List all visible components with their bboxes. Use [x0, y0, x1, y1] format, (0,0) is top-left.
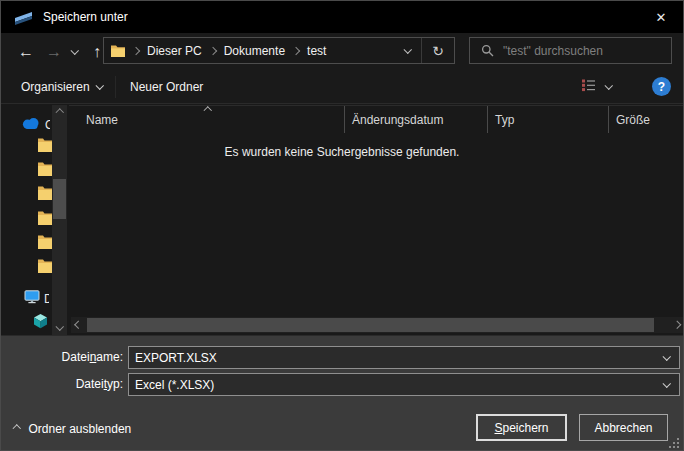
onedrive-cloud-icon [20, 117, 41, 133]
save-button[interactable]: Speichern [476, 414, 567, 441]
up-icon: ↑ [93, 43, 101, 61]
resize-grip[interactable] [669, 438, 679, 448]
folder-icon [37, 210, 53, 229]
scroll-left-button[interactable] [71, 317, 87, 333]
pc-label-fragment: D [44, 292, 49, 306]
refresh-icon: ↻ [432, 43, 444, 59]
help-button[interactable]: ? [652, 77, 671, 96]
recent-locations-button[interactable] [67, 33, 83, 71]
navigation-bar: ← → ↑ Dieser PC Dokumente test ↻ [1, 33, 683, 71]
computer-monitor-icon [24, 290, 40, 307]
sidebar-item-folder[interactable] [37, 185, 53, 204]
titlebar: Speichern unter ✕ [1, 1, 683, 33]
scrollbar-thumb[interactable] [53, 179, 66, 219]
filetype-combobox[interactable] [128, 373, 680, 396]
window-title: Speichern unter [43, 10, 128, 24]
column-header-type[interactable]: Typ [487, 106, 608, 133]
save-as-dialog: Speichern unter ✕ ← → ↑ Dieser PC Dokume… [0, 0, 684, 451]
chevron-down-icon [71, 47, 79, 55]
close-button[interactable]: ✕ [639, 1, 683, 33]
filetype-label: Dateityp: [1, 373, 123, 396]
sidebar-item-folder[interactable] [37, 258, 53, 277]
scroll-up-button[interactable] [52, 105, 67, 120]
address-dropdown-button[interactable] [395, 38, 421, 63]
chevron-down-icon [663, 379, 671, 387]
hide-folders-label: Ordner ausblenden [29, 422, 132, 436]
back-button[interactable]: ← [13, 33, 39, 71]
filetype-value[interactable] [129, 377, 655, 393]
chevron-down-icon [404, 45, 412, 53]
file-list: Name Änderungsdatum Typ Größe [69, 105, 684, 317]
filename-input[interactable] [129, 350, 655, 366]
new-folder-button[interactable]: Neuer Ordner [130, 71, 203, 103]
scroll-down-button[interactable] [52, 320, 67, 335]
filename-dropdown-button[interactable] [655, 347, 679, 368]
chevron-down-icon [96, 82, 104, 90]
help-icon: ? [658, 80, 665, 94]
column-header-date[interactable]: Änderungsdatum [344, 106, 487, 133]
forward-icon: → [46, 43, 62, 61]
details-view-icon [581, 78, 596, 95]
scrollbar-thumb[interactable] [87, 318, 654, 332]
refresh-button[interactable]: ↻ [422, 38, 454, 63]
chevron-right-icon [673, 321, 681, 329]
filename-combobox[interactable] [128, 346, 680, 369]
folder-icon [37, 234, 53, 253]
sort-ascending-icon [204, 107, 212, 115]
folder-icon [37, 161, 53, 180]
close-icon: ✕ [656, 10, 667, 25]
divider [115, 76, 116, 98]
chevron-down-icon [663, 352, 671, 360]
cancel-button[interactable]: Abbrechen [579, 414, 668, 441]
sidebar-item-3d-objects[interactable] [33, 313, 48, 332]
sidebar-item-onedrive[interactable]: O [20, 117, 50, 133]
hide-folders-button[interactable]: Ordner ausblenden [14, 422, 131, 436]
chevron-down-icon [56, 322, 64, 330]
sidebar-item-folder[interactable] [37, 161, 53, 180]
empty-results-message: Es wurden keine Suchergebnisse gefunden. [1, 145, 683, 159]
scroll-right-button[interactable] [669, 317, 684, 333]
search-box[interactable] [469, 37, 672, 64]
address-bar[interactable]: Dieser PC Dokumente test ↻ [103, 37, 455, 64]
filetype-dropdown-button[interactable] [655, 374, 679, 395]
sidebar-item-folder[interactable] [37, 210, 53, 229]
folder-icon [37, 258, 53, 277]
sidebar-item-dieser-pc[interactable]: D [24, 290, 49, 307]
onedrive-label-fragment: O [45, 118, 50, 132]
view-mode-button[interactable] [581, 78, 612, 95]
folder-icon [110, 44, 126, 58]
command-bar: Organisieren Neuer Ordner ? [1, 71, 683, 104]
cancel-label: Abbrechen [594, 421, 652, 435]
breadcrumb-item-dieser-pc[interactable]: Dieser PC [143, 44, 206, 58]
search-icon [481, 44, 494, 57]
app-icon [14, 10, 34, 25]
back-icon: ← [18, 43, 34, 61]
column-header-name[interactable]: Name [69, 106, 344, 133]
cube-icon [33, 313, 48, 332]
folder-icon [37, 185, 53, 204]
forward-button[interactable]: → [41, 33, 67, 71]
filename-label: Dateiname: [1, 346, 123, 369]
breadcrumb-item-test[interactable]: test [303, 44, 330, 58]
view-dropdown-icon[interactable] [605, 81, 613, 89]
chevron-left-icon [75, 321, 83, 329]
organize-label: Organisieren [21, 80, 90, 94]
chevron-up-icon [56, 109, 64, 117]
search-input[interactable] [501, 43, 671, 59]
column-header-size[interactable]: Größe [608, 106, 684, 133]
sidebar-item-folder[interactable] [37, 234, 53, 253]
breadcrumb-separator-icon [292, 46, 300, 54]
organize-button[interactable]: Organisieren [21, 71, 102, 103]
sidebar-scrollbar[interactable] [52, 105, 67, 335]
breadcrumb-item-dokumente[interactable]: Dokumente [220, 44, 289, 58]
new-folder-label: Neuer Ordner [130, 80, 203, 94]
horizontal-scrollbar[interactable] [71, 317, 684, 333]
chevron-up-icon [13, 425, 21, 433]
file-name-panel: Dateiname: Dateityp: Ordner ausblenden S… [1, 335, 683, 451]
breadcrumb-separator-icon [132, 46, 140, 54]
breadcrumb-separator-icon [208, 46, 216, 54]
column-headers: Name Änderungsdatum Typ Größe [69, 106, 684, 133]
